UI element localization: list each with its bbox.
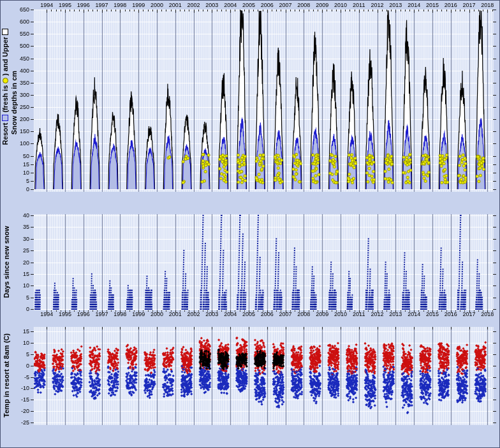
chart-canvas — [1, 1, 500, 448]
temp-axis-title: Temp in resort at 8am (C) — [1, 312, 11, 439]
fresh-snow-icon — [3, 78, 8, 83]
days-axis-title: Days since new snow — [1, 211, 11, 313]
upper-swatch-icon — [2, 29, 8, 35]
snow-axis-title-line2: Snow depths in cm — [9, 55, 19, 150]
resort-swatch-icon — [2, 115, 8, 121]
snow-history-chart-page: 1994199519961997199819992000200120022003… — [0, 0, 500, 448]
